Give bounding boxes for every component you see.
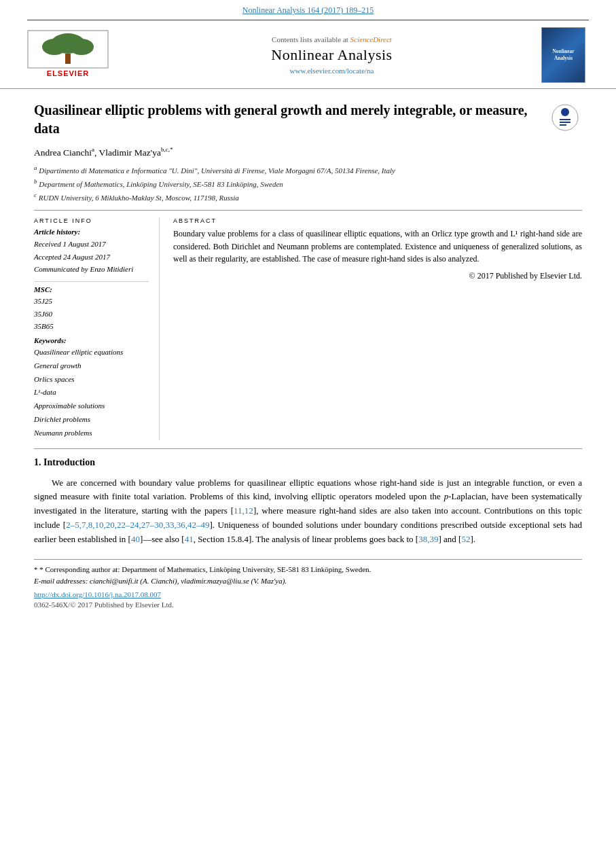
footnote-area: * * Corresponding author at: Department … [34,559,582,609]
ref-52[interactable]: 52 [461,534,470,544]
footnote-corresponding: * * Corresponding author at: Department … [34,564,582,575]
elsevier-logo: ELSEVIER [27,30,115,80]
article-content: Quasilinear elliptic problems with gener… [0,89,616,615]
crossmark-badge[interactable] [551,104,582,134]
svg-point-2 [42,39,67,55]
introduction-heading: 1. Introduction [34,457,582,468]
journal-citation-text: Nonlinear Analysis 164 (2017) 189–215 [242,5,374,15]
issn-line: 0362-546X/© 2017 Published by Elsevier L… [34,601,582,609]
affiliation-c: c RUDN University, 6 Miklukho-Maklay St,… [34,191,582,203]
journal-name: Nonlinear Analysis [129,46,535,64]
affiliations: a Dipartimento di Matematica e Informati… [34,164,582,203]
article-info-heading: ARTICLE INFO [34,217,149,224]
article-dates: Received 1 August 2017 Accepted 24 Augus… [34,238,149,276]
ref-11-12[interactable]: 11,12 [234,505,253,516]
keywords-label: Keywords: [34,336,149,344]
svg-rect-9 [560,122,570,123]
two-col-section: ARTICLE INFO Article history: Received 1… [34,217,582,440]
crossmark-icon [551,104,579,131]
title-area: Quasilinear elliptic problems with gener… [34,101,582,138]
page: Nonlinear Analysis 164 (2017) 189–215 EL… [0,0,616,841]
ref-2-49[interactable]: 2–5,7,8,10,20,22–24,27–30,33,36,42–49 [66,520,209,530]
svg-rect-10 [560,124,566,126]
svg-rect-4 [65,54,71,64]
journal-citation[interactable]: Nonlinear Analysis 164 (2017) 189–215 [0,0,616,20]
affiliation-a: a Dipartimento di Matematica e Informati… [34,164,582,176]
svg-rect-8 [560,119,570,120]
article-title: Quasilinear elliptic problems with gener… [34,101,538,138]
abstract-col: ABSTRACT Boundary value problems for a c… [173,217,582,440]
keywords-list: Quasilinear elliptic equations General g… [34,346,149,440]
info-divider [34,281,149,282]
affiliation-b: b Department of Mathematics, Linköping U… [34,177,582,190]
contents-label: Contents lists available at ScienceDirec… [129,35,535,43]
ref-38-39[interactable]: 38,39 [418,534,438,544]
copyright-line: © 2017 Published by Elsevier Ltd. [173,271,582,281]
doi-link[interactable]: http://dx.doi.org/10.1016/j.na.2017.08.0… [34,590,582,598]
cover-image: NonlinearAnalysis [541,27,585,83]
svg-point-3 [69,39,94,55]
msc-codes: 35J25 35J60 35B65 [34,295,149,333]
msc-label: MSC: [34,285,149,293]
journal-cover: NonlinearAnalysis [541,27,589,83]
journal-header: ELSEVIER Contents lists available at Sci… [0,20,616,89]
article-divider [34,210,582,211]
svg-text:ELSEVIER: ELSEVIER [47,69,89,77]
elsevier-logo-svg: ELSEVIER [27,30,109,77]
header-center: Contents lists available at ScienceDirec… [129,35,535,75]
footnote-email: E-mail addresses: cianchi@unifi.it (A. C… [34,575,582,587]
abstract-text: Boundary value problems for a class of q… [173,228,582,266]
ref-41[interactable]: 41 [185,534,194,544]
article-info-col: ARTICLE INFO Article history: Received 1… [34,217,160,440]
ref-40[interactable]: 40 [131,534,140,544]
abstract-heading: ABSTRACT [173,217,582,224]
section-divider [34,448,582,449]
introduction-paragraph: We are concerned with boundary value pro… [34,476,582,547]
authors: Andrea Cianchia, Vladimir Maz'yab,c,* [34,146,582,158]
svg-point-7 [561,108,569,116]
journal-url[interactable]: www.elsevier.com/locate/na [129,67,535,75]
sciencedirect-link[interactable]: ScienceDirect [350,35,392,43]
history-label: Article history: [34,228,149,236]
